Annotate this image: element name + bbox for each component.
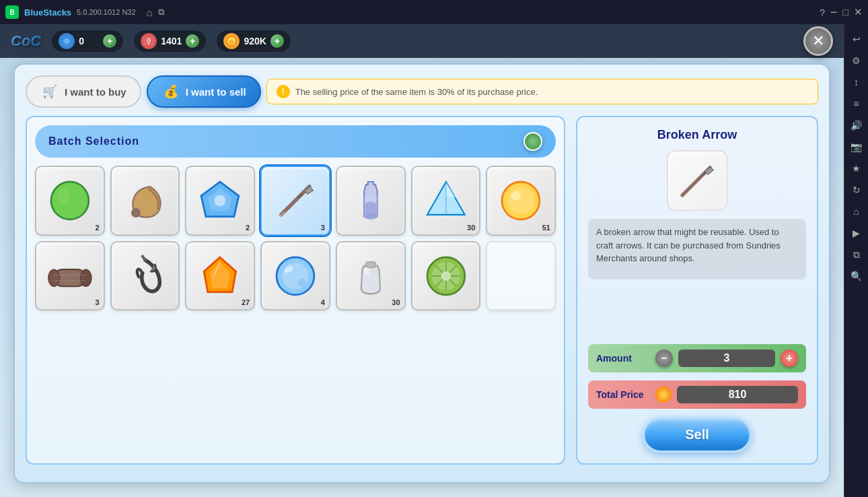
sidebar-camera-icon[interactable]: 📷 [847, 137, 866, 156]
sell-button[interactable]: Sell [643, 417, 752, 453]
item-slot-10[interactable]: 27 [185, 241, 255, 311]
item-4-count: 3 [321, 224, 325, 232]
svg-point-18 [511, 191, 521, 201]
item-slot-5[interactable] [336, 166, 406, 236]
right-sidebar: ↩ ⚙ ↕ ≡ 🔊 📷 ★ ↻ ⌂ ▶ ⧉ 🔍 [844, 24, 868, 497]
sidebar-back-icon[interactable]: ↩ [847, 30, 866, 48]
item-4-icon [272, 177, 319, 224]
tab-buy[interactable]: 🛒 I want to buy [26, 75, 141, 108]
game-area: CoC 0 + 1401 + G 920K + ✕ [0, 24, 844, 497]
item-2-icon [122, 177, 169, 224]
copy-icon[interactable]: ⧉ [158, 7, 164, 18]
item-11-icon [272, 253, 319, 300]
svg-point-5 [131, 208, 141, 218]
buy-tab-icon: 🛒 [40, 82, 59, 101]
item-3-count: 2 [246, 224, 250, 232]
top-bar: CoC 0 + 1401 + G 920K + ✕ [0, 24, 844, 58]
item-slot-12[interactable]: 30 [336, 241, 406, 311]
crystal-icon [141, 33, 157, 49]
gem-value: 0 [79, 36, 99, 46]
tab-sell-label: I want to sell [186, 86, 246, 98]
amount-label: Amount [596, 353, 650, 364]
crystal-value: 1401 [161, 36, 182, 46]
tab-buy-label: I want to buy [65, 86, 126, 98]
version-text: 5.0.200.1012 N32 [77, 8, 135, 16]
item-1-count: 2 [96, 224, 100, 232]
item-description: A broken arrow that might be reusable. U… [588, 219, 806, 279]
sidebar-search-icon[interactable]: 🔍 [847, 267, 866, 286]
svg-point-30 [298, 279, 305, 286]
total-coin-icon [655, 387, 672, 403]
sidebar-rotate-icon[interactable]: ↻ [847, 180, 866, 199]
coin-icon: G [223, 33, 240, 49]
amount-control: Amount − 3 + [588, 344, 806, 372]
item-11-count: 4 [321, 298, 325, 306]
minimize-icon[interactable]: − [830, 7, 838, 17]
info-icon: ! [277, 85, 290, 98]
item-6-icon [423, 177, 470, 224]
item-10-icon [196, 253, 244, 300]
shop-container: 🛒 I want to buy 💰 I want to sell ! The s… [13, 63, 830, 484]
sidebar-settings-icon[interactable]: ⚙ [847, 51, 866, 70]
maximize-icon[interactable]: □ [843, 7, 848, 18]
item-1-icon [46, 177, 94, 224]
crystal-add-button[interactable]: + [186, 34, 199, 48]
sidebar-volume-icon[interactable]: 🔊 [847, 116, 866, 135]
coin-currency: G 920K + [217, 30, 290, 52]
batch-selection-label: Batch Selection [48, 135, 139, 147]
item-7-count: 51 [542, 224, 550, 232]
gem-add-button[interactable]: + [103, 34, 116, 48]
item-slot-6[interactable]: 30 [411, 166, 481, 236]
item-10-count: 27 [242, 298, 250, 306]
sidebar-home-icon[interactable]: ⌂ [847, 202, 866, 221]
home-nav-icon[interactable]: ⌂ [147, 7, 153, 18]
svg-marker-14 [445, 182, 455, 198]
svg-point-4 [58, 189, 69, 203]
sidebar-macro-icon[interactable]: ▶ [847, 224, 866, 242]
svg-point-8 [215, 195, 226, 206]
item-slot-9[interactable] [110, 241, 180, 311]
item-preview [667, 150, 727, 211]
item-8-count: 3 [96, 298, 100, 306]
brand-name: BlueStacks [24, 7, 71, 18]
item-slot-11[interactable]: 4 [260, 241, 330, 311]
svg-point-21 [80, 269, 92, 286]
sell-tab-icon: 💰 [161, 82, 180, 101]
item-3-icon [196, 177, 244, 224]
item-12-count: 30 [392, 298, 400, 306]
coin-add-button[interactable]: + [270, 34, 284, 48]
svg-point-17 [508, 187, 534, 213]
window-controls: ? − □ ✕ [820, 6, 863, 18]
shop-close-button[interactable]: ✕ [803, 26, 833, 56]
help-icon[interactable]: ? [820, 7, 825, 18]
item-detail-title: Broken Arrow [657, 128, 737, 142]
sidebar-resize-icon[interactable]: ↕ [847, 73, 866, 92]
close-window-icon[interactable]: ✕ [854, 6, 863, 18]
sidebar-star-icon[interactable]: ★ [847, 159, 866, 178]
item-slot-7[interactable]: 51 [486, 166, 556, 236]
amount-decrease-button[interactable]: − [655, 350, 673, 367]
item-slot-14 [486, 241, 556, 311]
item-6-count: 30 [467, 224, 475, 232]
item-slot-1[interactable]: 2 [35, 166, 105, 236]
main-content: Batch Selection 2 [26, 116, 818, 465]
item-slot-2[interactable] [110, 166, 180, 236]
sidebar-layers-icon[interactable]: ⧉ [847, 245, 866, 264]
item-slot-4[interactable]: 3 [260, 166, 330, 236]
item-slot-8[interactable]: 3 [35, 241, 105, 311]
titlebar: B BlueStacks 5.0.200.1012 N32 ⌂ ⧉ ? − □ … [0, 0, 868, 24]
amount-increase-button[interactable]: + [781, 350, 798, 367]
item-7-icon [497, 177, 544, 224]
bluestacks-logo: B [5, 5, 19, 19]
item-slot-3[interactable]: 2 [185, 166, 255, 236]
item-9-icon [122, 253, 169, 300]
item-slot-13[interactable] [411, 241, 481, 311]
tab-sell[interactable]: 💰 I want to sell [147, 75, 261, 108]
crystal-currency: 1401 + [134, 30, 206, 52]
batch-toggle[interactable] [523, 132, 542, 151]
game-logo: CoC [11, 32, 41, 50]
item-grid: 2 [35, 166, 556, 310]
svg-text:G: G [229, 39, 233, 45]
batch-selection-bar[interactable]: Batch Selection [35, 125, 556, 158]
sidebar-menu-icon[interactable]: ≡ [847, 94, 866, 113]
